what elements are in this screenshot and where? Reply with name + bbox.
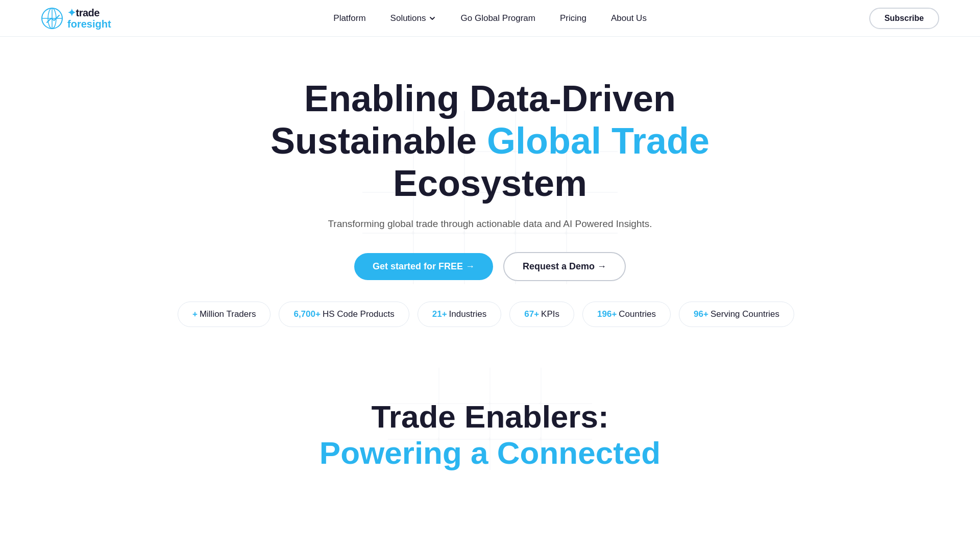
hero-title-line3: Ecosystem [393, 163, 587, 204]
stat-label-serving: Serving Countries [710, 309, 779, 319]
stat-number-serving: 96+ [694, 309, 708, 319]
stat-kpis: 67+ KPIs [509, 302, 574, 327]
nav-item-solutions[interactable]: Solutions [390, 13, 436, 23]
stat-label-countries: Countries [619, 309, 656, 319]
section-two-subtitle: Powering a Connected [102, 435, 878, 471]
hero-title-line1: Enabling Data-Driven [304, 78, 676, 119]
nav-links: Platform Solutions Go Global Program Pri… [333, 13, 647, 23]
stat-label-hs: HS Code Products [323, 309, 395, 319]
nav-item-pricing[interactable]: Pricing [560, 13, 586, 23]
stat-number-kpis: 67+ [524, 309, 539, 319]
stat-label-traders: Million Traders [200, 309, 256, 319]
logo-text: ✦trade foresight [67, 7, 111, 30]
stats-strip: + Million Traders 6,700+ HS Code Product… [147, 302, 833, 327]
nav-link-about-us[interactable]: About Us [611, 13, 647, 23]
stat-number-industries: 21+ [432, 309, 447, 319]
stat-million-traders: + Million Traders [178, 302, 271, 327]
stat-number-traders: + [192, 309, 198, 319]
hero-cta-group: Get started for FREE → Request a Demo → [354, 252, 626, 281]
nav-link-solutions[interactable]: Solutions [390, 13, 436, 23]
stat-label-industries: Industries [449, 309, 487, 319]
nav-item-about-us[interactable]: About Us [611, 13, 647, 23]
navbar: ✦trade foresight Platform Solutions Go G… [0, 0, 980, 37]
hero-subtitle: Transforming global trade through action… [328, 218, 652, 230]
nav-item-go-global[interactable]: Go Global Program [461, 13, 535, 23]
get-started-button[interactable]: Get started for FREE → [354, 253, 493, 280]
stat-serving-countries: 96+ Serving Countries [679, 302, 794, 327]
nav-link-pricing[interactable]: Pricing [560, 13, 586, 23]
hero-title-highlight: Global Trade [487, 120, 709, 161]
request-demo-button[interactable]: Request a Demo → [503, 252, 626, 281]
trade-enablers-section: + + + + + + Trade Enablers: Powering a C… [0, 358, 980, 491]
nav-link-go-global[interactable]: Go Global Program [461, 13, 535, 23]
section-two-title: Trade Enablers: [102, 398, 878, 435]
hero-title-line2-plain: Sustainable [271, 120, 487, 161]
stat-countries: 196+ Countries [582, 302, 671, 327]
nav-link-platform[interactable]: Platform [333, 13, 365, 23]
stat-industries: 21+ Industries [418, 302, 502, 327]
subscribe-button[interactable]: Subscribe [869, 8, 939, 29]
hero-section: + + + + + + + + + + + + Enabling Data-Dr… [0, 37, 980, 358]
nav-item-platform[interactable]: Platform [333, 13, 365, 23]
stat-label-kpis: KPIs [541, 309, 559, 319]
hero-title: Enabling Data-Driven Sustainable Global … [271, 78, 709, 204]
logo-link[interactable]: ✦trade foresight [41, 7, 111, 30]
chevron-down-icon [428, 14, 436, 22]
stat-number-hs: 6,700+ [293, 309, 320, 319]
stat-number-countries: 196+ [597, 309, 617, 319]
logo-icon [41, 7, 63, 30]
stat-hs-code: 6,700+ HS Code Products [279, 302, 409, 327]
